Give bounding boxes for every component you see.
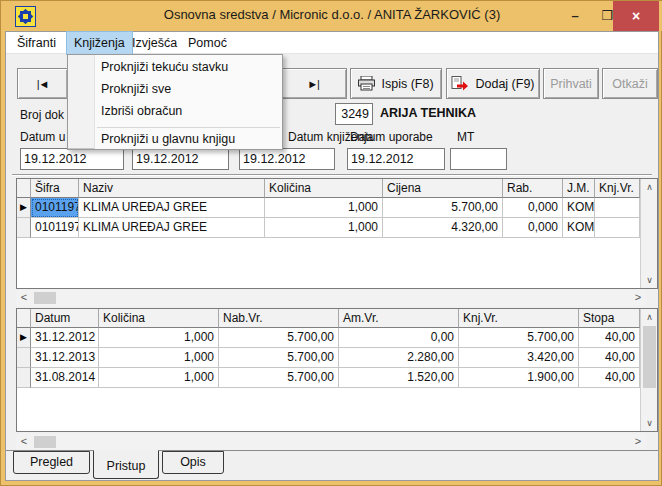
- cell-datum[interactable]: 31.12.2012: [31, 328, 99, 348]
- depreciation-grid-vscrollbar[interactable]: ∧ ∨: [640, 309, 657, 431]
- cell-cijena[interactable]: 5.700,00: [383, 198, 503, 218]
- col-jm[interactable]: J.M.: [563, 179, 595, 198]
- depreciation-grid[interactable]: Datum Količina Nab.Vr. Am.Vr. Knj.Vr. St…: [16, 308, 658, 432]
- cell-kolicina[interactable]: 1,000: [99, 348, 219, 368]
- items-grid[interactable]: Šifra Naziv Količina Cijena Rab. J.M. Kn…: [16, 178, 658, 289]
- col-kolicina[interactable]: Količina: [99, 309, 219, 328]
- cell-nabvr[interactable]: 5.700,00: [219, 368, 339, 388]
- cell-knjvr[interactable]: 5.700,00: [459, 328, 579, 348]
- col-kolicina[interactable]: Količina: [265, 179, 383, 198]
- cell-amvr[interactable]: 0,00: [339, 328, 459, 348]
- table-row[interactable]: 31.08.2014 1,000 5.700,00 1.520,00 1.900…: [17, 368, 641, 388]
- date-field-2[interactable]: 19.12.2012: [132, 148, 229, 170]
- cell-amvr[interactable]: 1.520,00: [339, 368, 459, 388]
- scroll-down-icon[interactable]: ∨: [641, 272, 658, 288]
- scroll-left-icon[interactable]: <: [16, 290, 32, 306]
- menu-izvjesca[interactable]: Izvješća: [125, 32, 184, 54]
- cell-kolicina[interactable]: 1,000: [265, 198, 383, 218]
- scroll-right-icon[interactable]: >: [630, 434, 646, 450]
- cell-cijena[interactable]: 4.320,00: [383, 218, 503, 238]
- scroll-right-icon[interactable]: >: [630, 290, 646, 306]
- cell-jm[interactable]: KOM: [563, 198, 595, 218]
- title-bar[interactable]: Osnovna sredstva / Micronic d.o.o. / ANI…: [1, 1, 662, 31]
- menu-item-proknjizi-glavnu[interactable]: Proknjiži u glavnu knjigu: [68, 128, 282, 150]
- menu-item-proknjizi-tekucu[interactable]: Proknjiži tekuću stavku: [68, 56, 282, 78]
- cell-knjvr[interactable]: 3.420,00: [459, 348, 579, 368]
- cancel-button-label: Otkaži: [612, 77, 647, 91]
- date-field-3[interactable]: 19.12.2012: [239, 148, 335, 170]
- cell-stopa[interactable]: 40,00: [579, 368, 640, 388]
- tab-pristup[interactable]: Pristup: [93, 450, 159, 479]
- col-nabvr[interactable]: Nab.Vr.: [219, 309, 339, 328]
- cell-nabvr[interactable]: 5.700,00: [219, 348, 339, 368]
- row-indicator: [17, 368, 31, 388]
- mt-field[interactable]: [450, 148, 507, 170]
- tab-pregled[interactable]: Pregled: [13, 451, 90, 474]
- nav-last-button[interactable]: ►|: [279, 68, 347, 99]
- menu-item-izbrisi-obracun[interactable]: Izbriši obračun: [68, 100, 282, 122]
- hscroll-thumb[interactable]: [34, 436, 56, 448]
- cell-knjvr[interactable]: 1.900,00: [459, 368, 579, 388]
- cell-stopa[interactable]: 40,00: [579, 348, 640, 368]
- tab-opis[interactable]: Opis: [162, 451, 224, 474]
- scroll-up-icon[interactable]: ∧: [641, 179, 658, 195]
- items-grid-hscrollbar[interactable]: < >: [16, 290, 646, 306]
- col-stopa[interactable]: Stopa: [579, 309, 640, 328]
- menu-knjizenja[interactable]: Knjiženja: [67, 32, 132, 54]
- items-grid-vscrollbar[interactable]: ∧ ∨: [640, 179, 657, 288]
- scroll-down-icon[interactable]: ∨: [641, 415, 658, 431]
- table-row[interactable]: ▶ 31.12.2012 1,000 5.700,00 0,00 5.700,0…: [17, 328, 641, 348]
- minimize-button[interactable]: –: [561, 1, 589, 31]
- close-button[interactable]: ×: [613, 1, 659, 31]
- date-field-4[interactable]: 19.12.2012: [347, 148, 445, 170]
- cell-amvr[interactable]: 2.280,00: [339, 348, 459, 368]
- cell-datum[interactable]: 31.08.2014: [31, 368, 99, 388]
- table-row[interactable]: ▶ 0101197 KLIMA UREĐAJ GREE 1,000 5.700,…: [17, 198, 641, 218]
- partner-name: ARIJA TEHNIKA: [380, 106, 476, 120]
- table-row[interactable]: 31.12.2013 1,000 5.700,00 2.280,00 3.420…: [17, 348, 641, 368]
- accept-button[interactable]: Prihvati: [543, 68, 599, 99]
- menu-sifranti[interactable]: Šifranti: [10, 32, 63, 54]
- cell-kolicina[interactable]: 1,000: [99, 328, 219, 348]
- menu-item-proknjizi-sve[interactable]: Proknjiži sve: [68, 78, 282, 100]
- col-rab[interactable]: Rab.: [503, 179, 563, 198]
- hscroll-thumb[interactable]: [34, 292, 56, 304]
- cell-kolicina[interactable]: 1,000: [99, 368, 219, 388]
- col-knjvr[interactable]: Knj.Vr.: [459, 309, 579, 328]
- cancel-button[interactable]: Otkaži: [602, 68, 658, 99]
- cell-knjvr[interactable]: [595, 218, 640, 238]
- cell-nabvr[interactable]: 5.700,00: [219, 328, 339, 348]
- col-knjvr[interactable]: Knj.Vr.: [595, 179, 640, 198]
- row-indicator: [17, 218, 31, 238]
- scroll-up-icon[interactable]: ∧: [641, 309, 658, 325]
- add-button[interactable]: Dodaj (F9): [446, 68, 540, 99]
- cell-naziv[interactable]: KLIMA UREĐAJ GREE: [79, 218, 265, 238]
- cell-sifra[interactable]: 0101197: [31, 218, 79, 238]
- date-field-1[interactable]: 19.12.2012: [20, 148, 124, 170]
- nav-first-button[interactable]: |◄: [17, 68, 68, 99]
- cell-rab[interactable]: 0,000: [503, 198, 563, 218]
- col-sifra[interactable]: Šifra: [31, 179, 79, 198]
- doc-number-field[interactable]: 3249: [335, 103, 373, 125]
- col-naziv[interactable]: Naziv: [79, 179, 265, 198]
- print-button[interactable]: Ispis (F8): [350, 68, 442, 99]
- add-record-icon: [451, 76, 469, 91]
- col-amvr[interactable]: Am.Vr.: [339, 309, 459, 328]
- scroll-left-icon[interactable]: <: [16, 434, 32, 450]
- col-cijena[interactable]: Cijena: [383, 179, 503, 198]
- items-grid-header: Šifra Naziv Količina Cijena Rab. J.M. Kn…: [17, 179, 641, 198]
- cell-kolicina[interactable]: 1,000: [265, 218, 383, 238]
- cell-sifra[interactable]: 0101197: [31, 198, 79, 218]
- menu-pomoc[interactable]: Pomoć: [181, 32, 234, 54]
- vscroll-thumb[interactable]: [643, 326, 656, 388]
- table-row[interactable]: 0101197 KLIMA UREĐAJ GREE 1,000 4.320,00…: [17, 218, 641, 238]
- print-button-label: Ispis (F8): [381, 77, 433, 91]
- depreciation-grid-hscrollbar[interactable]: < >: [16, 434, 646, 450]
- col-datum[interactable]: Datum: [31, 309, 99, 328]
- cell-knjvr[interactable]: [595, 198, 640, 218]
- cell-naziv[interactable]: KLIMA UREĐAJ GREE: [79, 198, 265, 218]
- cell-stopa[interactable]: 40,00: [579, 328, 640, 348]
- cell-datum[interactable]: 31.12.2013: [31, 348, 99, 368]
- cell-jm[interactable]: KOM: [563, 218, 595, 238]
- cell-rab[interactable]: 0,000: [503, 218, 563, 238]
